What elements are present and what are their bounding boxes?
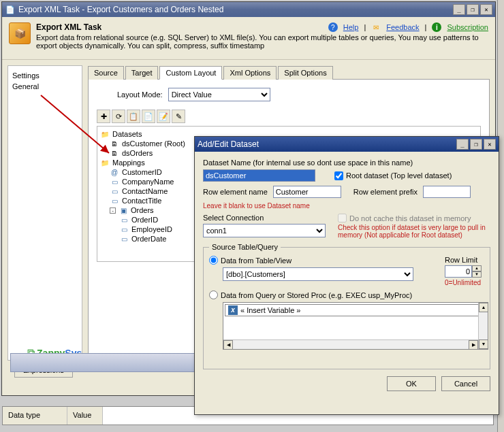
folder-icon: 📁 — [100, 159, 110, 167]
feedback-icon: ✉ — [371, 22, 381, 32]
row-element-label: Row element name — [203, 188, 268, 196]
dataset-name-label: Dataset Name (for internal use so dont u… — [203, 159, 490, 167]
row-limit-up[interactable]: ▲ — [472, 265, 482, 271]
blank-hint: Leave it blank to use Dataset name — [203, 202, 490, 210]
header-title: Export XML Task — [36, 22, 328, 32]
row-limit-label: Row Limit — [445, 256, 482, 264]
settings-item-general[interactable]: General — [12, 81, 78, 92]
scroll-right-icon[interactable]: ▶ — [469, 340, 478, 350]
tree-orderdate[interactable]: OrderDate — [131, 235, 166, 243]
tree-toggle[interactable]: - — [110, 207, 116, 214]
column-icon: ▭ — [110, 187, 119, 195]
scroll-left-icon[interactable]: ◀ — [223, 340, 233, 350]
connection-select[interactable]: conn1 — [203, 224, 326, 237]
query-vscroll[interactable]: ▲ ▼ — [478, 303, 488, 349]
app-icon: 📄 — [5, 4, 16, 15]
row-limit-block: Row Limit ▲ ▼ 0=Unlimited — [445, 256, 482, 286]
dialog-title: Add/Edit Dataset — [198, 139, 456, 149]
dialog-restore-button[interactable]: ❐ — [470, 139, 482, 150]
query-textbox[interactable]: x « Insert Variable » ▲ ▼ ◀ ▶ — [223, 302, 488, 350]
cache-hint: Check this option if dataset is very lar… — [338, 224, 490, 239]
restore-button[interactable]: ❐ — [467, 4, 479, 15]
tree-orders[interactable]: Orders — [131, 206, 154, 214]
cancel-button[interactable]: Cancel — [441, 376, 490, 391]
add-edit-dataset-dialog: Add/Edit Dataset _ ❐ ✕ Dataset Name (for… — [194, 136, 499, 415]
query-hscroll[interactable]: ◀ ▶ — [223, 339, 478, 349]
source-group-title: Source Table/Query — [209, 243, 281, 251]
tree-contactname[interactable]: ContactName — [122, 187, 168, 195]
tool-copy[interactable]: 📋 — [127, 110, 140, 123]
dialog-titlebar[interactable]: Add/Edit Dataset _ ❐ ✕ — [195, 137, 499, 152]
column-icon: ▭ — [119, 235, 129, 243]
select-connection-label: Select Connection — [203, 214, 332, 222]
header-section: 📦 Export XML Task ? Help | ✉ Feedback | … — [2, 17, 495, 60]
dont-cache-checkbox — [338, 214, 347, 222]
tool-add[interactable]: ✚ — [97, 110, 110, 123]
subscription-icon: i — [432, 22, 441, 32]
header-description: Export data from relational source (e.g.… — [36, 33, 488, 50]
tree-mappings[interactable]: Mappings — [112, 159, 145, 167]
settings-item-settings[interactable]: Settings — [12, 70, 78, 81]
main-titlebar[interactable]: 📄 Export XML Task - Export Customers and… — [2, 2, 495, 17]
source-groupbox: Source Table/Query Data from Table/View … — [203, 247, 490, 369]
dialog-minimize-button[interactable]: _ — [456, 139, 469, 150]
insert-variable-label[interactable]: « Insert Variable » — [240, 306, 300, 314]
tool-edit[interactable]: ✎ — [172, 110, 185, 123]
close-button[interactable]: ✕ — [480, 4, 492, 15]
help-icon: ? — [328, 22, 338, 32]
node-icon: ▣ — [119, 206, 128, 214]
layout-mode-select[interactable]: Direct Value — [168, 88, 270, 101]
tab-xml-options[interactable]: Xml Options — [223, 66, 277, 80]
tab-source[interactable]: Source — [88, 66, 124, 80]
dataset-name-input[interactable] — [203, 169, 315, 182]
grid-datatype-header[interactable]: Data type — [3, 407, 67, 425]
dataset-icon: 🗎 — [110, 139, 119, 148]
radio-table-view[interactable] — [209, 256, 218, 265]
minimize-button[interactable]: _ — [453, 4, 465, 15]
radio-table-label: Data from Table/View — [221, 256, 292, 265]
tree-companyname[interactable]: CompanyName — [122, 178, 174, 186]
tree-orderid[interactable]: OrderID — [131, 216, 158, 224]
table-select[interactable]: [dbo].[Customers] — [223, 267, 413, 281]
dataset-icon: 🗎 — [110, 149, 119, 157]
tab-split-options[interactable]: Split Options — [278, 66, 332, 80]
help-link[interactable]: Help — [343, 23, 359, 31]
column-icon: ▭ — [110, 178, 119, 186]
row-limit-input[interactable] — [445, 265, 472, 278]
tree-datasets[interactable]: Datasets — [112, 130, 142, 138]
root-dataset-checkbox[interactable] — [334, 171, 343, 180]
radio-query[interactable] — [209, 290, 218, 299]
dialog-close-button[interactable]: ✕ — [484, 139, 496, 150]
subscription-link[interactable]: Subscription — [447, 23, 488, 31]
scroll-down-icon[interactable]: ▼ — [479, 339, 488, 349]
variable-icon: x — [228, 305, 238, 315]
feedback-link[interactable]: Feedback — [386, 23, 419, 31]
row-limit-down[interactable]: ▼ — [472, 271, 482, 278]
row-limit-hint: 0=Unlimited — [445, 279, 482, 286]
tree-employeeid[interactable]: EmployeeID — [131, 225, 172, 233]
scroll-up-icon[interactable]: ▲ — [479, 303, 488, 312]
window-title: Export XML Task - Export Customers and O… — [18, 5, 453, 14]
tab-target[interactable]: Target — [125, 66, 159, 80]
tree-toolbar: ✚ ⟳ 📋 📄 📝 ✎ — [97, 110, 481, 123]
tree-dscustomer[interactable]: dsCustomer (Root) — [122, 139, 185, 148]
folder-icon: 📁 — [100, 130, 110, 138]
column-icon: ▭ — [110, 197, 119, 205]
tree-dsorders[interactable]: dsOrders — [122, 149, 153, 157]
ok-button[interactable]: OK — [387, 376, 436, 391]
row-prefix-input[interactable] — [423, 186, 471, 198]
tree-contacttitle[interactable]: ContactTitle — [122, 197, 161, 205]
tool-new[interactable]: 📝 — [157, 110, 170, 123]
tool-refresh[interactable]: ⟳ — [112, 110, 125, 123]
dont-cache-label: Do not cache this dataset in memory — [349, 214, 471, 222]
layout-mode-label: Layout Mode: — [117, 90, 163, 99]
radio-query-label: Data from Query or Stored Proc (e.g. EXE… — [221, 291, 412, 299]
tool-paste[interactable]: 📄 — [142, 110, 155, 123]
task-icon: 📦 — [9, 22, 31, 44]
row-element-input[interactable] — [273, 186, 341, 198]
tab-custom-layout[interactable]: Custom Layout — [159, 66, 222, 80]
root-dataset-label: Root dataset (Top level dataset) — [346, 171, 452, 180]
grid-value-header[interactable]: Value — [67, 407, 103, 425]
key-icon: @ — [110, 168, 119, 176]
tree-customerid[interactable]: CustomerID — [122, 168, 162, 176]
